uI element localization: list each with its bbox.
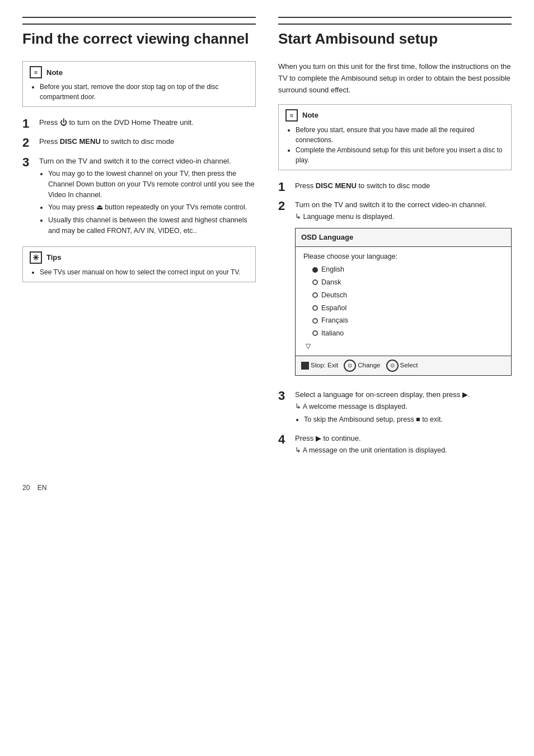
osd-lang-espanol: Español [312, 303, 503, 314]
left-column: Find the correct viewing channel ≡ Note … [22, 17, 256, 461]
osd-stop-btn: Stop: Exit [301, 361, 338, 370]
right-step-num-1: 1 [278, 180, 289, 194]
step-3-bullet-1: You may go to the lowest channel on your… [48, 169, 256, 200]
select-circle-icon: ⊙ [386, 360, 399, 372]
left-step-3: 3 Turn on the TV and switch it to the co… [22, 156, 256, 239]
right-step-2-content: Turn on the TV and switch it to the corr… [295, 199, 512, 384]
osd-change-label: Change [358, 361, 380, 370]
osd-title: OSD Language [296, 228, 511, 247]
osd-select-label: Select [400, 361, 418, 370]
right-note-label: Note [302, 111, 318, 119]
right-column: Start Ambisound setup When you turn on t… [278, 17, 512, 461]
right-step-3-content: Select a language for on-screen display,… [295, 389, 512, 427]
radio-empty-icon-3 [312, 305, 318, 311]
osd-lang-dansk: Dansk [312, 277, 503, 288]
stop-square-icon [301, 362, 309, 370]
osd-lang-english: English [312, 264, 503, 275]
right-step-3: 3 Select a language for on-screen displa… [278, 389, 512, 427]
right-note-list: Before you start, ensure that you have m… [285, 125, 504, 165]
right-step-num-2: 2 [278, 199, 289, 213]
right-step-1-content: Press DISC MENU to switch to disc mode [295, 180, 512, 192]
step-3-bullet-3: Usually this channel is between the lowe… [48, 215, 256, 236]
right-step-4: 4 Press ▶ to continue. A message on the … [278, 433, 512, 456]
osd-lang-francais: Français [312, 315, 503, 326]
step-num-2: 2 [22, 136, 34, 150]
osd-choose-label: Please choose your language: [303, 251, 503, 262]
tips-list: See TVs user manual on how to select the… [30, 267, 249, 277]
right-step-3-bullet: To skip the Ambisound setup, press ■ to … [304, 414, 512, 425]
right-step-2-sub: Language menu is displayed. [295, 212, 512, 222]
tips-box: ✳ Tips See TVs user manual on how to sel… [22, 246, 256, 282]
right-note-box: ≡ Note Before you start, ensure that you… [278, 104, 512, 170]
right-title: Start Ambisound setup [278, 24, 512, 53]
page-number: 20 [22, 484, 30, 492]
change-circle-icon: ⊙ [344, 360, 356, 372]
osd-lang-italiano: Italiano [312, 328, 503, 339]
right-step-3-bullets: To skip the Ambisound setup, press ■ to … [295, 414, 512, 425]
osd-stop-label: Stop: Exit [311, 361, 338, 370]
osd-scroll-arrow: ▽ [306, 341, 503, 351]
page-footer: 20 EN [22, 484, 512, 492]
left-note-item-1: Before you start, remove the door stop t… [40, 82, 249, 102]
osd-language-box: OSD Language Please choose your language… [295, 228, 512, 376]
left-title: Find the correct viewing channel [22, 24, 256, 53]
osd-lang-deutsch: Deutsch [312, 290, 503, 301]
right-step-4-sub: A message on the unit orientation is dis… [295, 445, 512, 456]
tips-item-1: See TVs user manual on how to select the… [40, 267, 249, 277]
step-3-bullets: You may go to the lowest channel on your… [39, 169, 256, 236]
left-note-box: ≡ Note Before you start, remove the door… [22, 61, 256, 107]
step-3-bullet-2: You may press ⏏ button repeatedly on you… [48, 202, 256, 213]
radio-empty-icon-5 [312, 330, 318, 336]
left-step-2: 2 Press DISC MENU to switch to disc mode [22, 136, 256, 150]
osd-body: Please choose your language: English Dan… [296, 247, 511, 356]
step-num-1: 1 [22, 117, 34, 130]
right-step-num-3: 3 [278, 389, 289, 403]
note-icon-left: ≡ [30, 66, 42, 78]
radio-empty-icon-2 [312, 292, 318, 298]
osd-select-btn: ⊙ Select [386, 360, 418, 372]
right-note-item-2: Complete the Ambisound setup for this un… [296, 145, 504, 165]
osd-footer: Stop: Exit ⊙ Change ⊙ Select [296, 356, 511, 375]
osd-lang-list: English Dansk Deutsch [303, 264, 503, 339]
tips-label: Tips [46, 253, 62, 262]
right-step-4-content: Press ▶ to continue. A message on the un… [295, 433, 512, 456]
radio-filled-icon [312, 267, 318, 273]
right-intro: When you turn on this unit for the first… [278, 61, 512, 96]
left-step-1: 1 Press ⏻ to turn on the DVD Home Theatr… [22, 117, 256, 130]
right-step-num-4: 4 [278, 433, 289, 446]
tips-icon: ✳ [30, 251, 42, 264]
left-note-label: Note [46, 68, 63, 77]
page-lang: EN [38, 484, 47, 492]
right-step-3-sub: A welcome message is displayed. [295, 402, 512, 412]
right-step-1: 1 Press DISC MENU to switch to disc mode [278, 180, 512, 194]
step-num-3: 3 [22, 156, 34, 169]
step-2-content: Press DISC MENU to switch to disc mode [39, 136, 256, 147]
step-1-content: Press ⏻ to turn on the DVD Home Theatre … [39, 117, 256, 128]
radio-empty-icon-1 [312, 279, 318, 285]
step-3-content: Turn on the TV and switch it to the corr… [39, 156, 256, 239]
note-icon-right: ≡ [285, 109, 298, 122]
right-note-item-1: Before you start, ensure that you have m… [296, 125, 504, 145]
radio-empty-icon-4 [312, 318, 318, 324]
right-step-2: 2 Turn on the TV and switch it to the co… [278, 199, 512, 384]
osd-change-btn: ⊙ Change [344, 360, 380, 372]
left-note-list: Before you start, remove the door stop t… [30, 82, 249, 102]
